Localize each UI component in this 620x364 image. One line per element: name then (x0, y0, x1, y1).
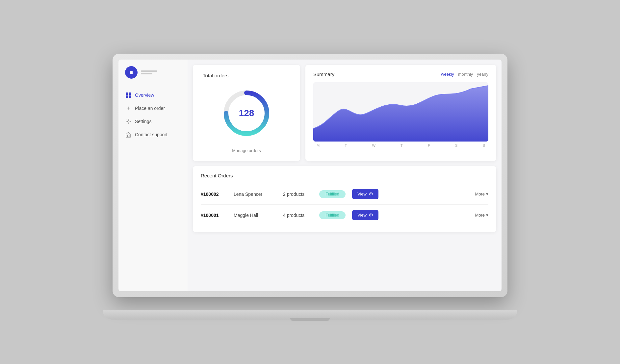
main-content: Total orders (188, 60, 502, 291)
summary-panel: Summary weekly monthly yearly (305, 65, 496, 161)
status-badge-1: Fulfilled (319, 190, 346, 198)
svg-rect-1 (129, 92, 131, 95)
sidebar-item-place-order[interactable]: + Place an order (118, 102, 188, 115)
chart-labels: M T W T F S S (313, 142, 488, 147)
summary-header: Summary weekly monthly yearly (313, 71, 488, 77)
svg-rect-2 (126, 95, 128, 98)
manage-orders-link[interactable]: Manage orders (232, 148, 261, 153)
laptop-body: ■ (113, 54, 507, 297)
chevron-down-icon-2: ▾ (486, 213, 488, 218)
chart-label-m1: M (317, 143, 320, 147)
view-label-2: View (357, 213, 367, 218)
more-label-2: More (475, 213, 485, 218)
laptop-screen: ■ (118, 60, 502, 291)
order-products-2: 4 products (283, 213, 313, 218)
status-badge-2: Fulfilled (319, 211, 346, 219)
eye-icon-2 (369, 213, 373, 218)
chart-label-s2: S (483, 143, 485, 147)
sidebar-item-overview[interactable]: Overview (118, 89, 188, 102)
order-id-1: #100002 (201, 192, 227, 197)
more-label-1: More (475, 192, 485, 196)
logo-line-1 (141, 70, 157, 72)
sidebar-nav: Overview + Place an order Se (118, 89, 188, 141)
chart-area (313, 82, 488, 142)
settings-icon (125, 118, 132, 125)
tab-weekly[interactable]: weekly (441, 72, 454, 77)
chart-label-f: F (428, 143, 430, 147)
sidebar-logo: ■ (118, 66, 188, 89)
view-button-2[interactable]: View (352, 210, 378, 220)
place-order-label: Place an order (135, 106, 165, 111)
logo-lines (141, 70, 157, 74)
recent-orders-title: Recent Orders (201, 173, 488, 178)
chart-label-w: W (372, 143, 375, 147)
top-panels: Total orders (188, 60, 502, 166)
sidebar-item-contact-support[interactable]: Contact support (118, 128, 188, 141)
view-button-1[interactable]: View (352, 189, 378, 199)
order-name-1: Lena Spencer (234, 192, 276, 197)
home-icon (125, 131, 132, 138)
chevron-down-icon-1: ▾ (486, 192, 488, 196)
svg-rect-3 (129, 95, 131, 98)
table-row: #100001 Maggie Hall 4 products Fulfilled… (201, 205, 488, 225)
svg-point-9 (370, 214, 372, 216)
sidebar-item-settings[interactable]: Settings (118, 115, 188, 128)
order-products-1: 2 products (283, 192, 313, 197)
total-orders-title: Total orders (203, 73, 228, 78)
recent-orders-section: Recent Orders #100002 Lena Spencer 2 pro… (193, 166, 496, 232)
svg-point-8 (370, 193, 372, 195)
svg-rect-5 (128, 135, 129, 137)
summary-tabs: weekly monthly yearly (441, 72, 488, 77)
logo-line-2 (141, 73, 152, 74)
total-orders-panel: Total orders (193, 65, 300, 161)
more-button-2[interactable]: More ▾ (475, 213, 488, 218)
overview-icon (125, 92, 132, 98)
settings-label: Settings (135, 119, 152, 124)
svg-point-4 (128, 121, 129, 122)
contact-support-label: Contact support (135, 132, 168, 137)
chart-label-s1: S (455, 143, 457, 147)
donut-count: 128 (239, 108, 254, 118)
plus-icon: + (125, 105, 132, 112)
content-area: Total orders (188, 60, 502, 291)
order-id-2: #100001 (201, 213, 227, 218)
table-row: #100002 Lena Spencer 2 products Fulfille… (201, 184, 488, 205)
overview-label: Overview (135, 92, 154, 98)
donut-chart: 128 (220, 87, 273, 140)
tab-monthly[interactable]: monthly (458, 72, 473, 77)
more-button-1[interactable]: More ▾ (475, 192, 488, 196)
order-name-2: Maggie Hall (234, 213, 276, 218)
chart-label-t2: T (400, 143, 403, 147)
chart-label-t1: T (345, 143, 347, 147)
view-label-1: View (357, 192, 367, 196)
laptop-base (103, 310, 517, 320)
tab-yearly[interactable]: yearly (477, 72, 488, 77)
laptop-wrapper: ■ (113, 54, 507, 310)
svg-rect-0 (126, 92, 128, 95)
summary-title: Summary (313, 71, 334, 77)
sidebar: ■ (118, 60, 188, 291)
logo-icon: ■ (125, 66, 138, 79)
eye-icon-1 (369, 192, 373, 196)
laptop-notch (290, 318, 330, 321)
